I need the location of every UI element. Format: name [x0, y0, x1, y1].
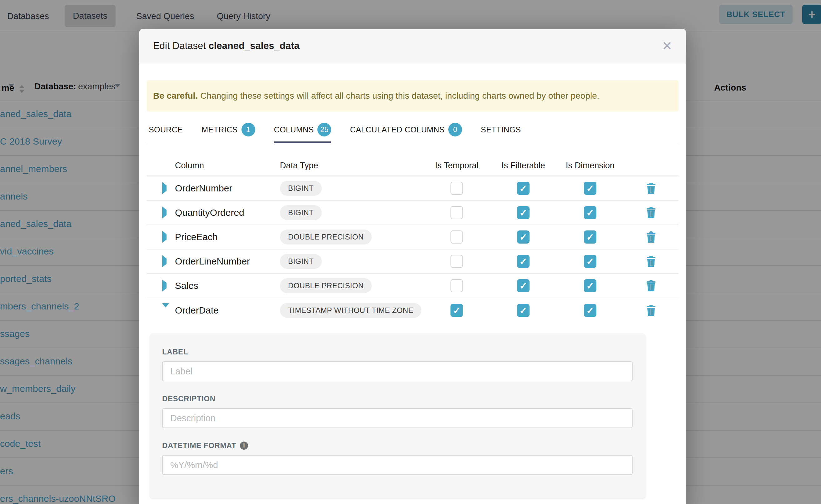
header-data-type: Data Type — [280, 161, 424, 170]
column-name: Sales — [175, 280, 280, 291]
modal-title: Edit Dataset cleaned_sales_data — [153, 40, 299, 52]
modal-body: Be careful. Changing these settings will… — [139, 63, 686, 498]
is-temporal-checkbox[interactable] — [451, 304, 463, 317]
is-temporal-checkbox[interactable] — [451, 206, 463, 219]
expand-caret-icon[interactable] — [162, 279, 166, 292]
tab-label: METRICS — [201, 125, 237, 134]
expand-caret-icon[interactable] — [162, 182, 166, 194]
header-is-temporal: Is Temporal — [424, 161, 490, 170]
datetime-format-field-label: DATETIME FORMAT — [162, 441, 236, 450]
is-temporal-checkbox[interactable] — [451, 230, 463, 244]
table-row: Sales DOUBLE PRECISION — [147, 274, 679, 298]
is-dimension-checkbox[interactable] — [584, 182, 596, 195]
is-filterable-checkbox[interactable] — [517, 255, 530, 268]
tab-count-badge: 1 — [241, 123, 255, 136]
description-input[interactable] — [162, 408, 633, 428]
header-is-dimension: Is Dimension — [557, 161, 624, 170]
column-name: OrderDate — [175, 305, 280, 316]
delete-column-icon[interactable] — [646, 279, 656, 292]
delete-column-icon[interactable] — [646, 304, 656, 317]
expand-caret-icon[interactable] — [162, 231, 166, 243]
table-row: QuantityOrdered BIGINT — [147, 201, 679, 225]
is-temporal-checkbox[interactable] — [451, 255, 463, 268]
tab-count-badge: 0 — [448, 123, 462, 136]
table-row: PriceEach DOUBLE PRECISION — [147, 225, 679, 250]
warning-banner-text: Changing these settings will affect all … — [200, 91, 599, 101]
column-name: OrderLineNumber — [175, 256, 280, 267]
table-row: OrderLineNumber BIGINT — [147, 250, 679, 274]
warning-banner: Be careful. Changing these settings will… — [147, 80, 679, 111]
is-temporal-checkbox[interactable] — [451, 182, 463, 195]
data-type-pill: BIGINT — [280, 181, 322, 196]
expand-caret-icon[interactable] — [162, 255, 166, 267]
is-filterable-checkbox[interactable] — [517, 279, 530, 292]
header-is-filterable: Is Filterable — [490, 161, 557, 170]
is-filterable-checkbox[interactable] — [517, 304, 530, 317]
edit-dataset-modal: Edit Dataset cleaned_sales_data ✕ Be car… — [139, 29, 686, 504]
description-field: DESCRIPTION — [162, 394, 633, 428]
is-dimension-checkbox[interactable] — [584, 206, 596, 219]
is-temporal-checkbox[interactable] — [451, 279, 463, 292]
tab-label: COLUMNS — [274, 125, 314, 134]
tab-settings[interactable]: SETTINGS — [481, 120, 521, 143]
delete-column-icon[interactable] — [646, 182, 656, 195]
delete-column-icon[interactable] — [646, 255, 656, 268]
label-input[interactable] — [162, 361, 633, 381]
table-row: OrderNumber BIGINT — [147, 176, 679, 201]
data-type-pill: DOUBLE PRECISION — [280, 278, 372, 293]
datetime-format-input[interactable] — [162, 455, 633, 475]
tab-label: CALCULATED COLUMNS — [350, 125, 445, 134]
close-icon[interactable]: ✕ — [662, 40, 672, 52]
data-type-pill: DOUBLE PRECISION — [280, 230, 372, 245]
delete-column-icon[interactable] — [646, 231, 656, 243]
column-editor-panel: LABEL DESCRIPTION DATETIME FORMAT — [150, 333, 646, 498]
tab-count-badge: 25 — [317, 123, 331, 136]
is-dimension-checkbox[interactable] — [584, 304, 596, 317]
is-dimension-checkbox[interactable] — [584, 279, 596, 292]
tab-label: SOURCE — [149, 125, 183, 134]
tab-columns[interactable]: COLUMNS 25 — [274, 120, 331, 143]
is-filterable-checkbox[interactable] — [517, 230, 530, 244]
column-name: QuantityOrdered — [175, 207, 280, 218]
tab-calculated-columns[interactable]: CALCULATED COLUMNS 0 — [350, 120, 462, 143]
warning-banner-bold: Be careful. — [153, 91, 198, 101]
modal-tabs: SOURCE METRICS 1 COLUMNS 25 CALCULATED C… — [147, 120, 679, 143]
tab-metrics[interactable]: METRICS 1 — [201, 120, 255, 143]
info-icon[interactable] — [240, 442, 248, 450]
is-filterable-checkbox[interactable] — [517, 182, 530, 195]
columns-table: Column Data Type Is Temporal Is Filterab… — [147, 156, 679, 323]
expand-caret-icon[interactable] — [162, 206, 166, 219]
header-column: Column — [175, 161, 280, 170]
modal-title-prefix: Edit Dataset — [153, 40, 206, 51]
data-type-pill: TIMESTAMP WITHOUT TIME ZONE — [280, 303, 422, 318]
column-name: OrderNumber — [175, 183, 280, 194]
tab-label: SETTINGS — [481, 125, 521, 134]
collapse-caret-icon[interactable] — [162, 303, 169, 313]
label-field-label: LABEL — [162, 348, 633, 356]
is-filterable-checkbox[interactable] — [517, 206, 530, 219]
column-name: PriceEach — [175, 232, 280, 242]
table-row-expanded: OrderDate TIMESTAMP WITHOUT TIME ZONE — [147, 298, 679, 323]
columns-table-header: Column Data Type Is Temporal Is Filterab… — [147, 156, 679, 176]
data-type-pill: BIGINT — [280, 254, 322, 269]
tab-source[interactable]: SOURCE — [149, 120, 183, 143]
is-dimension-checkbox[interactable] — [584, 230, 596, 244]
delete-column-icon[interactable] — [646, 206, 656, 219]
is-dimension-checkbox[interactable] — [584, 255, 596, 268]
datetime-format-field: DATETIME FORMAT — [162, 441, 633, 475]
modal-dataset-name: cleaned_sales_data — [209, 40, 299, 51]
data-type-pill: BIGINT — [280, 205, 322, 220]
label-field: LABEL — [162, 348, 633, 381]
modal-header: Edit Dataset cleaned_sales_data ✕ — [139, 29, 686, 63]
description-field-label: DESCRIPTION — [162, 394, 633, 403]
